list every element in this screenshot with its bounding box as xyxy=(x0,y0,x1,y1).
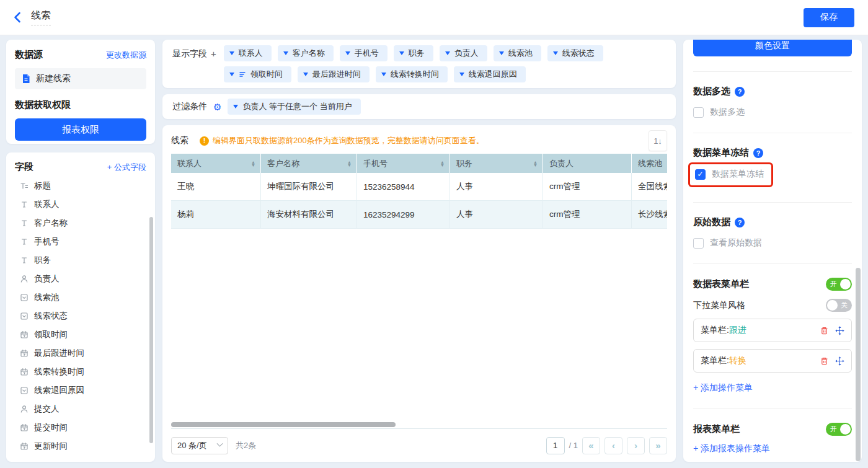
sort-arrows-icon[interactable]: ▲▼ xyxy=(533,161,538,167)
display-field-chip-线索退回原因[interactable]: 线索退回原因 xyxy=(454,66,526,82)
menu-freeze-checkbox[interactable] xyxy=(695,169,706,180)
toggle-on-label: 开 xyxy=(830,280,837,289)
menu-item-跟进[interactable]: 菜单栏: 跟进 xyxy=(693,319,852,342)
menu-freeze-option[interactable]: 数据菜单冻结 xyxy=(695,169,764,180)
display-field-chip-联系人[interactable]: 联系人 xyxy=(224,45,272,61)
field-item-负责人[interactable]: 负责人 xyxy=(15,270,146,288)
move-icon[interactable] xyxy=(835,326,844,335)
filter-bar: 过滤条件 ⚙ 负责人 等于任意一个 当前用户 xyxy=(162,94,676,119)
add-display-field-button[interactable]: + xyxy=(211,48,216,59)
sort-arrows-icon[interactable]: ▲▼ xyxy=(440,161,445,167)
field-item-线索退回原因[interactable]: 线索退回原因 xyxy=(15,381,146,400)
page-title: 线索 xyxy=(31,9,51,25)
trash-icon[interactable] xyxy=(820,356,829,366)
field-item-线索池[interactable]: 线索池 xyxy=(15,288,146,307)
last-page-button[interactable]: » xyxy=(649,437,667,454)
sort-order-button[interactable]: 1↓ xyxy=(649,130,667,151)
divider xyxy=(693,133,852,133)
datasource-item[interactable]: 新建线索 xyxy=(15,68,146,89)
display-field-chip-线索池[interactable]: 线索池 xyxy=(494,45,541,61)
field-item-领取时间[interactable]: 领取时间 xyxy=(15,325,146,344)
column-header-手机号[interactable]: 手机号▲▼ xyxy=(357,154,450,173)
preview-warning: ! 编辑界面只取数据源前200条作为查询数据预览，完整数据请访问页面查看。 xyxy=(200,135,484,146)
sort-arrows-icon[interactable]: ▲▼ xyxy=(251,161,255,167)
gear-icon[interactable]: ⚙ xyxy=(213,102,221,112)
chevron-down-icon xyxy=(499,51,504,55)
menu-item-转换[interactable]: 菜单栏: 转换 xyxy=(693,349,852,373)
next-page-button[interactable]: › xyxy=(627,437,645,454)
column-header-线索池[interactable]: 线索池 xyxy=(632,154,667,173)
formula-field-link[interactable]: + 公式字段 xyxy=(107,162,146,173)
change-datasource-link[interactable]: 更改数据源 xyxy=(106,50,146,61)
add-report-menu-link[interactable]: + 添加报表操作菜单 xyxy=(693,443,852,454)
display-field-chip-手机号[interactable]: 手机号 xyxy=(340,45,388,61)
display-field-chip-最后跟进时间[interactable]: 最后跟进时间 xyxy=(298,66,370,82)
field-item-提交人[interactable]: 提交人 xyxy=(15,400,146,418)
raw-data-checkbox-label: 查看原始数据 xyxy=(710,237,762,249)
chevron-down-icon xyxy=(229,73,234,76)
table-cell: 海安材料有限公司 xyxy=(261,201,357,228)
field-item-标题[interactable]: 标题 xyxy=(15,177,146,195)
field-item-职务[interactable]: 职务 xyxy=(15,251,146,270)
save-button[interactable]: 保存 xyxy=(804,8,854,27)
field-item-更新时间[interactable]: 更新时间 xyxy=(15,437,146,456)
multi-select-checkbox[interactable] xyxy=(693,107,704,118)
help-icon[interactable]: ? xyxy=(735,87,745,97)
field-item-提交时间[interactable]: 提交时间 xyxy=(15,418,146,437)
trash-icon[interactable] xyxy=(820,326,829,335)
display-field-chip-线索状态[interactable]: 线索状态 xyxy=(547,45,603,61)
help-icon[interactable]: ? xyxy=(753,148,763,158)
move-icon[interactable] xyxy=(835,356,844,366)
field-item-label: 客户名称 xyxy=(34,218,68,229)
display-field-chip-负责人[interactable]: 负责人 xyxy=(440,45,487,61)
report-permission-button[interactable]: 报表权限 xyxy=(15,118,146,141)
display-field-chip-线索转换时间[interactable]: 线索转换时间 xyxy=(376,66,448,82)
column-header-label: 职务 xyxy=(456,158,472,169)
chip-label: 线索退回原因 xyxy=(469,69,517,80)
field-item-label: 最后跟进时间 xyxy=(34,348,84,359)
display-field-chip-职务[interactable]: 职务 xyxy=(394,45,433,61)
help-icon[interactable]: ? xyxy=(735,218,745,227)
menu-item-prefix: 菜单栏: xyxy=(701,325,729,336)
first-page-button[interactable]: « xyxy=(582,437,600,454)
table-menu-toggle[interactable]: 开 xyxy=(826,278,852,291)
multi-select-option[interactable]: 数据多选 xyxy=(693,107,852,118)
chevron-down-icon xyxy=(283,51,288,55)
fields-scrollbar[interactable] xyxy=(149,217,153,443)
datasource-item-label: 新建线索 xyxy=(36,73,71,84)
toggle-knob xyxy=(827,300,838,311)
display-field-chip-领取时间[interactable]: 领取时间 xyxy=(224,66,291,82)
report-menu-toggle[interactable]: 开 xyxy=(826,423,852,436)
display-field-chip-客户名称[interactable]: 客户名称 xyxy=(278,45,334,61)
field-item-最后跟进时间[interactable]: 最后跟进时间 xyxy=(15,344,146,363)
sort-arrows-icon[interactable]: ▲▼ xyxy=(347,161,352,167)
column-header-客户名称[interactable]: 客户名称▲▼ xyxy=(261,154,357,173)
back-button[interactable] xyxy=(14,12,21,23)
column-header-职务[interactable]: 职务▲▼ xyxy=(450,154,543,173)
settings-scrollbar[interactable] xyxy=(856,268,861,461)
field-item-联系人[interactable]: 联系人 xyxy=(15,195,146,214)
dropdown-style-toggle[interactable]: 关 xyxy=(826,299,852,312)
field-item-客户名称[interactable]: 客户名称 xyxy=(15,214,146,232)
field-item-线索状态[interactable]: 线索状态 xyxy=(15,307,146,325)
person-icon xyxy=(20,275,29,283)
add-action-menu-link[interactable]: + 添加操作菜单 xyxy=(693,382,852,394)
column-header-联系人[interactable]: 联系人▲▼ xyxy=(171,154,261,173)
color-settings-button[interactable]: 颜色设置 xyxy=(693,40,852,56)
calendar-icon xyxy=(20,423,29,432)
raw-data-option[interactable]: 查看原始数据 xyxy=(693,237,852,249)
horizontal-scrollbar[interactable] xyxy=(171,422,396,427)
prev-page-button[interactable]: ‹ xyxy=(604,437,622,454)
page-number-input[interactable] xyxy=(546,437,565,454)
raw-data-checkbox[interactable] xyxy=(693,238,704,249)
field-item-手机号[interactable]: 手机号 xyxy=(15,232,146,251)
filter-condition-chip[interactable]: 负责人 等于任意一个 当前用户 xyxy=(228,99,360,115)
dropdown-style-title: 下拉菜单风格 xyxy=(693,300,745,311)
field-item-线索转换时间[interactable]: 线索转换时间 xyxy=(15,363,146,381)
page-size-select[interactable]: 20 条/页 xyxy=(171,437,228,454)
horizontal-scrollbar-track xyxy=(171,421,667,428)
title-icon xyxy=(20,182,29,190)
menu-freeze-checkbox-label: 数据菜单冻结 xyxy=(712,169,764,180)
column-header-负责人[interactable]: 负责人 xyxy=(543,154,632,173)
field-item-label: 手机号 xyxy=(34,236,60,247)
